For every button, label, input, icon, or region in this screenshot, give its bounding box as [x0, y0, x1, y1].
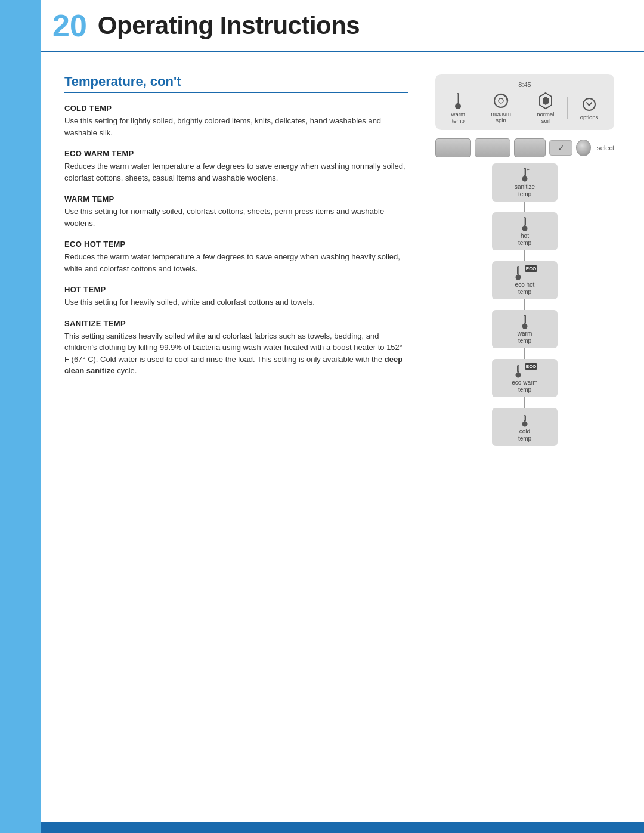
- panel-normal-soil: normalsoil: [537, 92, 554, 124]
- cold-temp-body: Use this setting for lightly soiled, bri…: [64, 115, 408, 138]
- sanitize-temp-node: + sanitizetemp: [492, 163, 558, 202]
- selector-btn-2[interactable]: [475, 138, 510, 157]
- panel-divider-1: [478, 97, 478, 119]
- panel-divider-2: [524, 97, 524, 119]
- cold-temp-label: coldtemp: [518, 428, 531, 442]
- svg-point-17: [522, 324, 528, 329]
- svg-rect-24: [524, 416, 525, 420]
- cold-temp-box: coldtemp: [492, 408, 558, 446]
- cold-temp-icon: [519, 411, 531, 427]
- page-number: 20: [52, 10, 87, 41]
- hot-temp-node: hottemp: [492, 212, 558, 250]
- chain-line-4: [524, 348, 525, 359]
- hot-temp-icon: [519, 216, 531, 231]
- panel-warm-temp: warmtemp: [451, 92, 465, 124]
- cold-temp-heading: COLD TEMP: [64, 104, 408, 113]
- hot-temp-label: hottemp: [518, 233, 531, 247]
- section-title: Temperature, con't: [64, 74, 408, 93]
- warm-temp-heading: WARM TEMP: [64, 194, 408, 203]
- svg-rect-15: [518, 267, 519, 274]
- hot-temp-body: Use this setting for heavily soiled, whi…: [64, 296, 408, 308]
- diagram-column: 8:45 warmtemp: [429, 74, 620, 801]
- panel-icons: warmtemp mediumspin: [445, 92, 605, 124]
- panel-medium-spin: mediumspin: [491, 92, 511, 123]
- warm-temp-icon: [519, 314, 531, 329]
- panel-options: options: [580, 96, 599, 120]
- eco-warm-icon-row: ECO: [512, 363, 537, 378]
- panel-divider-3: [567, 97, 568, 119]
- eco-warm-temp-section: ECO WARM TEMP Reduces the warm water tem…: [64, 149, 408, 184]
- warm-temp-panel-icon: [451, 92, 465, 110]
- normal-soil-panel-label: normalsoil: [537, 111, 554, 124]
- svg-point-20: [515, 373, 521, 378]
- selector-check[interactable]: ✓: [549, 140, 572, 156]
- chain-line-5: [524, 397, 525, 408]
- svg-rect-18: [524, 316, 525, 323]
- main-content: Temperature, con't COLD TEMP Use this se…: [41, 52, 644, 822]
- text-column: Temperature, con't COLD TEMP Use this se…: [64, 74, 408, 801]
- svg-point-11: [522, 226, 528, 231]
- svg-rect-12: [524, 218, 525, 225]
- eco-warm-temp-box: ECO eco warmtemp: [492, 359, 558, 397]
- medium-spin-panel-label: mediumspin: [491, 110, 511, 123]
- chain-line-1: [524, 202, 525, 212]
- eco-warm-temp-node: ECO eco warmtemp: [492, 359, 558, 397]
- medium-spin-panel-icon: [493, 92, 509, 109]
- warm-temp-label: warmtemp: [518, 330, 532, 345]
- sanitize-temp-body: This setting sanitizes heavily soiled wh…: [64, 330, 408, 377]
- svg-point-7: [522, 176, 528, 182]
- eco-hot-temp-icon: [512, 265, 524, 280]
- svg-rect-21: [518, 366, 519, 371]
- eco-hot-temp-section: ECO HOT TEMP Reduces the warm water temp…: [64, 240, 408, 274]
- warm-temp-node: warmtemp: [492, 310, 558, 348]
- panel-time: 8:45: [445, 81, 605, 88]
- sanitize-temp-heading: SANITIZE TEMP: [64, 319, 408, 328]
- eco-badge-warm: ECO: [525, 363, 537, 370]
- sanitize-body-text: This setting sanitizes heavily soiled wh…: [64, 332, 402, 364]
- selector-label: select: [597, 144, 614, 151]
- svg-point-5: [583, 98, 595, 110]
- svg-rect-2: [457, 94, 459, 103]
- hot-temp-section: HOT TEMP Use this setting for heavily so…: [64, 285, 408, 308]
- sidebar: [0, 0, 41, 833]
- sanitize-temp-section: SANITIZE TEMP This setting sanitizes hea…: [64, 319, 408, 377]
- eco-warm-temp-icon: [512, 363, 524, 378]
- eco-hot-temp-label: eco hottemp: [515, 281, 535, 296]
- cold-temp-node: coldtemp: [492, 408, 558, 446]
- hot-temp-box: hottemp: [492, 212, 558, 250]
- warm-temp-panel-label: warmtemp: [451, 111, 465, 124]
- selector-btn-3[interactable]: [514, 138, 546, 157]
- warm-temp-section: WARM TEMP Use this setting for normally …: [64, 194, 408, 229]
- eco-warm-temp-heading: ECO WARM TEMP: [64, 149, 408, 158]
- svg-text:+: +: [527, 167, 530, 172]
- svg-point-4: [499, 98, 503, 103]
- selector-btn-1[interactable]: [435, 138, 471, 157]
- eco-hot-temp-node: ECO eco hottemp: [492, 261, 558, 299]
- warm-temp-box: warmtemp: [492, 310, 558, 348]
- normal-soil-panel-icon: [538, 92, 553, 110]
- control-panel: 8:45 warmtemp: [435, 74, 614, 130]
- eco-warm-temp-body: Reduces the warm water temperature a few…: [64, 160, 408, 184]
- sanitize-end-text: cycle.: [117, 366, 137, 375]
- temp-chain: + sanitizetemp hottemp: [486, 163, 564, 446]
- sanitize-temp-label: sanitizetemp: [515, 184, 535, 198]
- svg-point-23: [522, 422, 528, 427]
- svg-point-1: [455, 103, 461, 109]
- selector-knob[interactable]: [576, 140, 591, 156]
- warm-temp-body: Use this setting for normally soiled, co…: [64, 206, 408, 229]
- selector-row: ✓ select: [435, 138, 614, 157]
- hot-temp-heading: HOT TEMP: [64, 285, 408, 294]
- eco-hot-temp-body: Reduces the warm water temperature a few…: [64, 251, 408, 274]
- options-panel-icon: [581, 96, 597, 113]
- options-panel-label: options: [580, 114, 599, 120]
- eco-badge-hot: ECO: [525, 265, 537, 272]
- svg-point-14: [515, 275, 521, 280]
- chain-line-2: [524, 250, 525, 261]
- bottom-bar: [41, 822, 644, 833]
- cold-temp-section: COLD TEMP Use this setting for lightly s…: [64, 104, 408, 138]
- chain-line-3: [524, 299, 525, 310]
- eco-hot-icon-row: ECO: [512, 265, 537, 280]
- eco-warm-temp-label: eco warmtemp: [512, 379, 537, 394]
- page-title: Operating Instructions: [98, 11, 360, 40]
- sanitize-temp-icon: +: [519, 167, 531, 182]
